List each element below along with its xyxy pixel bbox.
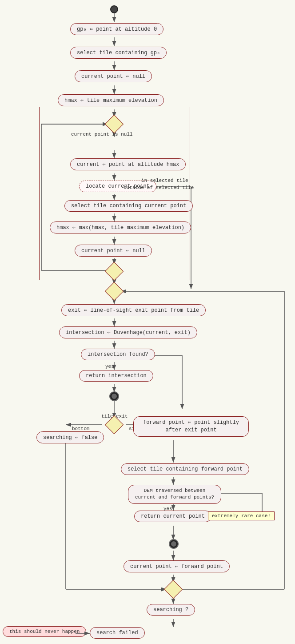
hmax-init-node: hmax ⇐ tile maximum elevation <box>58 94 164 106</box>
diamond3-container <box>108 285 121 298</box>
end-circle1 <box>110 392 118 400</box>
select-forward-node: select tile containing forward point <box>121 463 249 475</box>
current-forward-node: current point ⇐ forward point <box>124 560 230 572</box>
dem-traversed-node: DEM traversed between current and forwar… <box>128 485 221 504</box>
search-failed-label: search failed <box>90 627 145 639</box>
end-circle2-node <box>170 540 178 548</box>
diamond3 <box>105 282 124 301</box>
diamond1 <box>105 115 124 133</box>
forward-point-label: forward point ⇐ point slightly after exi… <box>133 416 249 437</box>
current-hmax-node: current ⇐ point at altitude hmax <box>70 158 186 170</box>
outside-selected-tile-label: outside of selected tile <box>124 185 194 190</box>
gp0-label: gp₀ ⇐ point at altitude 0 <box>70 23 163 35</box>
note-rare-label: extremely rare case! <box>208 511 275 520</box>
current-null2-node: current point ⇐ null <box>75 245 152 257</box>
diamond2-container <box>108 265 121 278</box>
diagram: gp₀ ⇐ point at altitude 0 select tile co… <box>0 0 295 644</box>
current-hmax-label: current ⇐ point at altitude hmax <box>70 158 186 170</box>
return-current-node: return current point <box>134 511 211 522</box>
end-circle2 <box>170 540 178 548</box>
never-happen-label: this should never happen <box>3 626 86 637</box>
diamond2-node <box>108 265 121 278</box>
return-current-label: return current point <box>134 511 211 522</box>
intersection-found-label: intersection found? <box>81 349 155 360</box>
current-null2-label: current point ⇐ null <box>75 245 152 257</box>
yes1-label: yes <box>105 364 114 369</box>
tile-exit-label: tile exit <box>101 414 128 419</box>
gp0-node: gp₀ ⇐ point at altitude 0 <box>70 23 163 35</box>
intersection-duv-label: intersection ⇐ Duvenhage(current, exit) <box>59 326 197 338</box>
hmax-update-label: hmax ⇐ max(hmax, tile maximum elevation) <box>50 221 191 233</box>
tile-exit-node <box>108 418 121 431</box>
current-null1-node: current point ⇐ null <box>75 70 152 82</box>
start-node <box>110 5 118 13</box>
diamond3-node <box>108 285 121 298</box>
hmax-init-label: hmax ⇐ tile maximum elevation <box>58 94 164 106</box>
start-circle <box>110 5 118 13</box>
never-happen-node: this should never happen <box>3 626 86 637</box>
exit-los-label: exit ⇐ line-of-sight exit point from til… <box>61 304 206 316</box>
diamond4-container <box>167 583 180 596</box>
return-intersection-label: return intersection <box>79 370 153 382</box>
note-rare-node: extremely rare case! <box>208 511 275 520</box>
searching-false-label: searching ⇐ false <box>36 431 104 443</box>
current-null1-label: current point ⇐ null <box>75 70 152 82</box>
bottom-label: bottom <box>72 426 90 431</box>
select-current-label: select tile containing current point <box>64 200 193 212</box>
diamond2 <box>105 262 124 281</box>
select-current-node: select tile containing current point <box>64 200 193 212</box>
tile-exit-container <box>108 418 121 431</box>
forward-point-box: forward point ⇐ point slightly after exi… <box>133 416 249 437</box>
in-selected-tile-label: in selected tile <box>141 178 188 183</box>
searching-q-label: searching ? <box>147 604 195 616</box>
diamond1-node <box>108 117 121 131</box>
select-gp0-node: select tile containing gp₀ <box>70 47 167 59</box>
diamond1-container <box>108 117 121 131</box>
select-forward-label: select tile containing forward point <box>121 463 249 475</box>
return-intersection-node: return intersection <box>79 370 153 382</box>
exit-los-node: exit ⇐ line-of-sight exit point from til… <box>61 304 206 316</box>
diamond4-node <box>167 583 180 596</box>
current-forward-label: current point ⇐ forward point <box>124 560 230 572</box>
searching-q-node: searching ? <box>147 604 195 616</box>
intersection-duv-node: intersection ⇐ Duvenhage(current, exit) <box>59 326 197 338</box>
current-point-null-label: current point is null <box>71 132 133 137</box>
hmax-update-node: hmax ⇐ max(hmax, tile maximum elevation) <box>50 221 191 233</box>
end-circle1-node <box>110 392 118 400</box>
diamond4 <box>164 580 183 599</box>
search-failed-node: search failed <box>90 627 145 639</box>
select-gp0-label: select tile containing gp₀ <box>70 47 167 59</box>
searching-false-node: searching ⇐ false <box>36 431 104 443</box>
dem-traversed-label: DEM traversed between current and forwar… <box>128 485 221 504</box>
intersection-found-node: intersection found? <box>81 349 155 360</box>
